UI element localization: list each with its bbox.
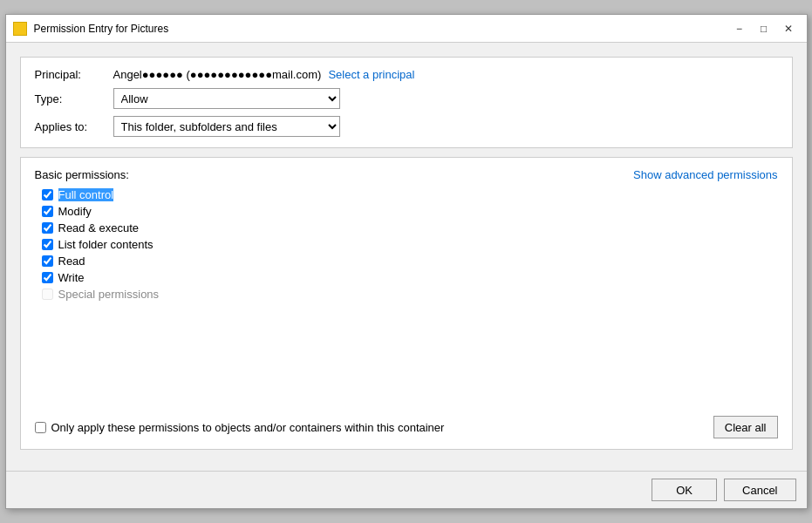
only-apply-row: Only apply these permissions to objects … [35,421,445,434]
special-checkbox [42,289,53,300]
principal-section: Principal: Angel●●●●●● (●●●●●●●●●●●●mail… [20,57,793,148]
principal-row: Principal: Angel●●●●●● (●●●●●●●●●●●●mail… [35,68,778,81]
cancel-button[interactable]: Cancel [724,479,795,501]
write-label: Write [58,271,85,284]
modify-label: Modify [58,205,92,218]
read-label: Read [58,255,85,268]
read-execute-label: Read & execute [58,221,140,234]
applies-label: Applies to: [35,120,113,133]
full-control-label: Full control [58,188,114,201]
permission-read-execute: Read & execute [42,221,778,234]
permission-entry-window: Permission Entry for Pictures − □ ✕ Prin… [5,14,808,509]
principal-value: Angel●●●●●● (●●●●●●●●●●●●mail.com) [113,68,322,81]
basic-permissions-label: Basic permissions: [35,168,129,181]
read-execute-checkbox[interactable] [42,222,53,234]
type-label: Type: [35,92,113,105]
only-apply-checkbox[interactable] [35,422,46,433]
footer-bar: OK Cancel [6,471,807,508]
full-control-text: Full control [58,188,114,201]
permissions-header: Basic permissions: Show advanced permiss… [35,168,778,181]
ok-button[interactable]: OK [652,479,717,501]
show-advanced-link[interactable]: Show advanced permissions [633,168,777,181]
window-body: Principal: Angel●●●●●● (●●●●●●●●●●●●mail… [6,43,807,464]
title-bar: Permission Entry for Pictures − □ ✕ [6,15,807,43]
folder-icon [13,22,27,36]
title-bar-left: Permission Entry for Pictures [13,22,169,36]
modify-checkbox[interactable] [42,206,53,217]
applies-dropdown-wrapper: This folder, subfolders and files This f… [113,116,340,137]
permission-list-folder: List folder contents [42,238,778,251]
select-principal-link[interactable]: Select a principal [328,68,414,81]
spacer [35,301,778,405]
permission-modify: Modify [42,205,778,218]
clear-all-button[interactable]: Clear all [713,416,778,438]
window-title: Permission Entry for Pictures [34,23,169,35]
applies-row: Applies to: This folder, subfolders and … [35,116,778,137]
checkbox-list: Full control Modify Read & execute List … [35,188,778,301]
permission-read: Read [42,255,778,268]
bottom-row: Only apply these permissions to objects … [35,416,778,438]
type-dropdown[interactable]: Allow Deny [113,88,340,109]
minimize-button[interactable]: − [728,20,751,37]
applies-dropdown[interactable]: This folder, subfolders and files This f… [113,116,340,137]
list-folder-label: List folder contents [58,238,154,251]
permission-special: Special permissions [42,288,778,301]
title-bar-controls: − □ ✕ [728,20,800,37]
only-apply-label: Only apply these permissions to objects … [51,421,445,434]
write-checkbox[interactable] [42,272,53,283]
full-control-checkbox[interactable] [42,189,53,200]
close-button[interactable]: ✕ [777,20,800,37]
permissions-section: Basic permissions: Show advanced permiss… [20,157,793,450]
list-folder-checkbox[interactable] [42,239,53,250]
type-dropdown-wrapper: Allow Deny [113,88,340,109]
permission-write: Write [42,271,778,284]
read-checkbox[interactable] [42,255,53,267]
principal-label: Principal: [35,68,113,81]
permission-full-control: Full control [42,188,778,201]
maximize-button[interactable]: □ [753,20,775,37]
special-label: Special permissions [58,288,160,301]
type-row: Type: Allow Deny [35,88,778,109]
